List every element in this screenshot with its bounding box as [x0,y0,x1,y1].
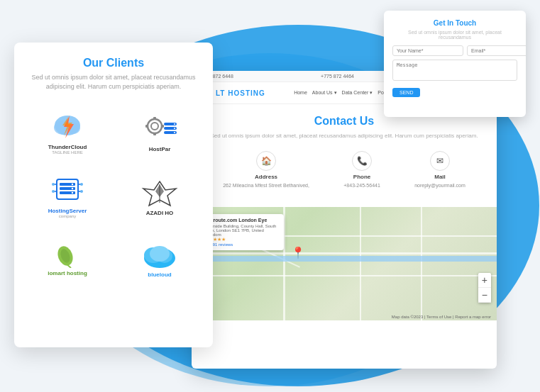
phone-icon: 📞 [352,151,372,171]
thundercloud-icon [48,110,87,142]
logo-hostingserver: HostingServer company [25,167,110,224]
logo-azadi: AZADI HO [117,167,202,224]
map-zoom-controls: + − [478,273,491,303]
svg-rect-12 [161,125,164,128]
logo-iomart: iomart hosting [25,231,110,288]
nav-about[interactable]: About Us ▾ [312,90,337,96]
svg-point-32 [80,183,83,186]
svg-rect-9 [153,117,156,120]
getintouch-email-input[interactable] [467,45,526,56]
svg-point-24 [72,187,73,189]
svg-point-30 [52,183,55,186]
getintouch-message-input[interactable] [392,60,517,81]
getintouch-subtitle: Sed ut omnis ipsum dolor sit amet, place… [392,30,517,40]
thundercloud-tagline: TAGLINE HERE [52,150,83,155]
svg-point-31 [52,190,55,193]
map-popup-stars: ★★★★★ [204,237,278,242]
svg-point-33 [80,190,83,193]
address-icon: 🏠 [256,151,276,171]
hostingserver-name: HostingServer [48,208,87,214]
getintouch-name-email-row [392,45,517,56]
contact-phone2: +775 872 4464 [321,74,354,79]
azadi-name: AZADI HO [146,210,174,216]
map-background: lostroute.com London Eye Riverside Build… [192,207,497,320]
svg-rect-11 [145,125,148,128]
iomart-name: iomart hosting [48,270,87,276]
svg-rect-10 [153,133,156,135]
contact-brand: LT HOSTING [216,89,265,97]
logo-bluecloud: blueloud [117,231,202,288]
map-popup-reviews: 65,291 reviews [204,242,278,247]
map-road-v2 [360,207,361,320]
address-value: 262 Mileacina Mfest Street Bethanived, [223,183,309,188]
map-popup-title: lostroute.com London Eye [204,218,278,223]
address-label: Address [255,174,277,180]
svg-point-16 [174,123,175,125]
svg-point-25 [72,191,73,193]
bluecloud-name: blueloud [148,271,171,278]
logo-thundercloud: ThunderCloud TAGLINE HERE [25,103,110,160]
map-zoom-in[interactable]: + [478,273,491,288]
hostpar-name: HostPar [149,146,171,152]
getintouch-panel: Get In Touch Sed ut omnis ipsum dolor si… [384,11,526,117]
clients-grid: ThunderCloud TAGLINE HERE [25,103,202,288]
contact-phone-item: 📞 Phone +843-245-56441 [343,151,380,188]
hostingserver-icon [50,174,85,206]
map-road-h1 [192,252,497,254]
nav-home[interactable]: Home [294,90,307,96]
map-river [192,256,497,262]
getintouch-send-button[interactable]: SEND [392,88,420,97]
map-marker: 📍 [291,246,305,259]
contact-desc: Sed ut omnis ipsum dolor sit amet, place… [206,132,483,140]
hostpar-icon [140,112,180,144]
mail-label: Mail [434,174,446,180]
svg-point-23 [72,183,73,184]
clients-panel: Our Clients Sed ut omnis ipsum dolor sit… [14,43,213,347]
mail-value: noreply@yourmail.com [414,183,465,188]
contact-address-item: 🏠 Address 262 Mileacina Mfest Street Bet… [223,151,309,188]
clients-title: Our Clients [25,57,202,69]
svg-point-18 [174,132,175,133]
getintouch-title: Get In Touch [392,19,517,27]
getintouch-name-input[interactable] [392,45,463,56]
svg-point-8 [151,123,158,130]
iomart-icon [57,243,78,268]
svg-point-17 [174,128,175,129]
clients-subtitle: Sed ut omnis ipsum dolor sit amet, place… [25,73,202,91]
mail-icon: ✉ [430,151,450,171]
thundercloud-name: ThunderCloud [48,144,87,150]
phone-label: Phone [353,174,370,180]
contact-body: Contact Us Sed ut omnis ipsum dolor sit … [192,104,497,207]
map-road-v3 [421,207,422,320]
contact-mail-item: ✉ Mail noreply@yourmail.com [414,151,465,188]
contact-info-row: 🏠 Address 262 Mileacina Mfest Street Bet… [206,151,483,188]
svg-point-7 [148,119,162,133]
azadi-icon [140,176,180,208]
map-container[interactable]: lostroute.com London Eye Riverside Build… [192,207,497,320]
map-popup-subtitle: Riverside Building, County Hall, South B… [204,224,278,237]
svg-point-41 [150,246,170,262]
logo-hostpar: HostPar [117,103,202,160]
map-attribution: Map data ©2023 | Terms of Use | Report a… [192,315,497,319]
nav-datacenter[interactable]: Data Center ▾ [342,90,373,96]
phone-value: +843-245-56441 [343,183,380,188]
hostingserver-tagline: company [59,214,76,218]
map-zoom-out[interactable]: − [478,288,491,303]
map-road-h2 [192,275,497,276]
bluecloud-icon [140,241,180,269]
